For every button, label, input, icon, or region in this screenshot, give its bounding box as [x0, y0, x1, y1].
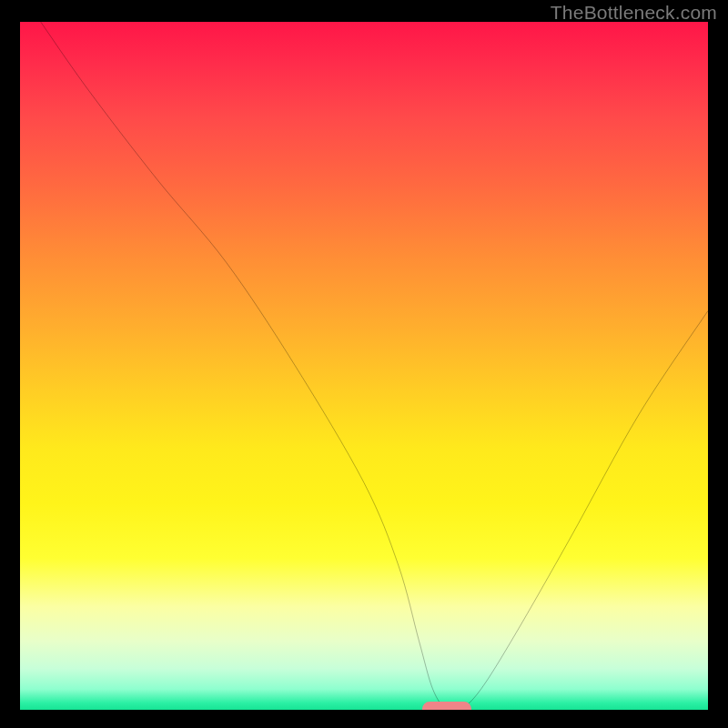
- chart-frame: TheBottleneck.com: [0, 0, 728, 728]
- optimal-marker: [422, 702, 471, 710]
- plot-area: [20, 22, 708, 710]
- curve-line: [41, 22, 708, 710]
- bottleneck-curve: [20, 22, 708, 710]
- watermark-text: TheBottleneck.com: [551, 2, 717, 24]
